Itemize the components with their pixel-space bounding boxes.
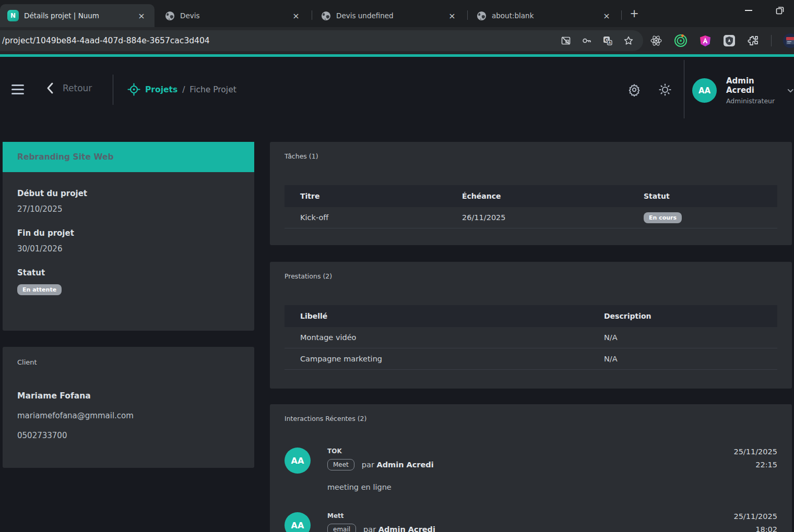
nuum-favicon: N	[7, 10, 19, 21]
interaction-title: Mett	[327, 512, 709, 519]
project-title[interactable]: Rebranding Site Web	[3, 142, 254, 172]
interaction-by-prefix: par	[362, 461, 374, 469]
column-header-titre: Titre	[285, 192, 446, 200]
interaction-date: 25/11/2025	[709, 448, 777, 456]
window-minimize-button[interactable]	[737, 0, 760, 21]
interaction-time: 22:15	[709, 461, 777, 469]
header-divider	[684, 60, 684, 118]
interaction-avatar: AA	[285, 448, 311, 474]
service-desc-cell: N/A	[588, 333, 777, 342]
service-desc-cell: N/A	[588, 355, 777, 363]
tab-details-projet[interactable]: N Détails projet | Nuum ×	[0, 4, 155, 27]
client-section-title: Client	[17, 358, 240, 366]
client-email: mariamefofana@gmmail.com	[17, 411, 240, 420]
list-item: AA TOK Meet par Admin Acredi meeting en …	[285, 448, 777, 491]
tab-devis[interactable]: Devis ×	[158, 4, 309, 27]
interactions-card: Interactions Récentes (2) AA TOK Meet pa…	[270, 404, 792, 532]
minimize-icon	[745, 10, 752, 11]
breadcrumb-separator: /	[182, 85, 185, 94]
password-key-icon[interactable]	[582, 35, 592, 46]
browser-toolbar: /project/1049be84-4aad-407d-884e-3657cac…	[0, 27, 794, 54]
interaction-type-badge: Meet	[327, 459, 354, 470]
browser-profile-avatar[interactable]	[783, 33, 794, 48]
task-title-cell: Kick-off	[285, 213, 446, 222]
address-bar[interactable]: /project/1049be84-4aad-407d-884e-3657cac…	[0, 30, 643, 51]
profile-card-image	[785, 35, 794, 46]
restore-icon	[776, 6, 784, 15]
table-row: Kick-off 26/11/2025 En cours	[285, 207, 777, 228]
close-tab-icon[interactable]: ×	[136, 10, 147, 21]
light-mode-sun-icon[interactable]	[658, 83, 672, 96]
target-crosshair-icon	[127, 83, 140, 96]
close-tab-icon[interactable]: ×	[601, 10, 612, 21]
column-header-statut: Statut	[628, 192, 777, 200]
translate-icon[interactable]: G A	[602, 35, 613, 46]
user-menu[interactable]: AA Admin Acredi Administrateur	[692, 76, 794, 105]
tab-separator	[621, 10, 622, 20]
tasks-table-header: Titre Échéance Statut	[285, 185, 777, 207]
services-card: Prestations (2) Libellé Description Mont…	[270, 262, 792, 389]
interaction-title: TOK	[327, 448, 709, 455]
user-avatar: AA	[692, 78, 717, 103]
task-due-cell: 26/11/2025	[446, 213, 628, 222]
tab-separator	[467, 10, 468, 20]
tasks-card: Tâches (1) Titre Échéance Statut Kick-of…	[270, 142, 792, 245]
table-row: Campagne marketing N/A	[285, 348, 777, 370]
user-name: Admin Acredi	[726, 76, 779, 95]
column-header-description: Description	[588, 312, 777, 320]
interaction-author: Admin Acredi	[378, 525, 435, 532]
browser-window: N Détails projet | Nuum × Devis × Devis …	[0, 0, 794, 532]
status-badge: En attente	[17, 284, 62, 295]
back-button[interactable]: Retour	[46, 82, 92, 94]
bookmark-star-icon[interactable]	[623, 35, 634, 46]
menu-hamburger-icon[interactable]	[11, 84, 25, 97]
client-name: Mariame Fofana	[17, 391, 240, 401]
interaction-note: meeting en ligne	[327, 483, 709, 491]
orbit-extension-icon[interactable]	[674, 34, 688, 47]
url-text[interactable]: /project/1049be84-4aad-407d-884e-3657cac…	[2, 36, 561, 45]
tab-title: about:blank	[492, 11, 601, 20]
interaction-type-badge: email	[327, 524, 356, 532]
chevron-down-icon[interactable]	[787, 88, 794, 93]
interaction-author: Admin Acredi	[377, 461, 434, 469]
reader-mode-off-icon[interactable]	[561, 35, 571, 46]
header-divider	[113, 75, 113, 105]
close-tab-icon[interactable]: ×	[446, 10, 458, 21]
column-header-echeance: Échéance	[446, 192, 628, 200]
list-item: AA Mett email par Admin Acredi 25/11/202…	[285, 512, 777, 532]
client-phone: 0502733700	[17, 431, 240, 440]
service-label-cell: Campagne marketing	[285, 355, 588, 363]
close-tab-icon[interactable]: ×	[290, 10, 302, 21]
column-header-libelle: Libellé	[285, 312, 588, 320]
chevron-left-icon	[46, 82, 54, 94]
svg-text:A: A	[608, 41, 611, 45]
service-label-cell: Montage vidéo	[285, 333, 588, 342]
breadcrumb-projects-link[interactable]: Projets	[145, 85, 177, 94]
tab-title: Devis	[180, 11, 290, 20]
services-section-title: Prestations (2)	[285, 272, 777, 280]
project-start-value: 27/10/2025	[17, 204, 240, 214]
breadcrumb-current-page: Fiche Projet	[189, 85, 236, 94]
new-tab-button[interactable]: +	[627, 6, 642, 21]
angular-devtools-icon[interactable]	[699, 34, 712, 47]
project-summary-card: Rebranding Site Web Début du projet 27/1…	[3, 142, 254, 331]
extensions-puzzle-icon[interactable]	[747, 34, 760, 47]
settings-gear-icon[interactable]	[627, 83, 641, 96]
user-role: Administrateur	[726, 97, 779, 105]
tab-separator	[312, 10, 312, 20]
tab-title: Devis undefined	[336, 11, 446, 20]
tab-about-blank[interactable]: about:blank ×	[469, 4, 620, 27]
project-status-label: Statut	[17, 268, 240, 277]
window-restore-button[interactable]	[768, 0, 791, 21]
privacy-shield-icon[interactable]	[723, 34, 736, 47]
tasks-table: Titre Échéance Statut Kick-off 26/11/202…	[285, 185, 777, 228]
interactions-section-title: Interactions Récentes (2)	[285, 415, 777, 422]
tab-devis-undefined[interactable]: Devis undefined ×	[314, 4, 465, 27]
globe-icon	[477, 11, 487, 21]
breadcrumb: Projets / Fiche Projet	[127, 83, 236, 96]
tasks-section-title: Tâches (1)	[285, 152, 777, 160]
globe-icon	[321, 11, 331, 21]
react-devtools-icon[interactable]	[650, 34, 662, 47]
toolbar-separator	[771, 35, 772, 46]
interaction-date: 25/11/2025	[709, 512, 777, 521]
